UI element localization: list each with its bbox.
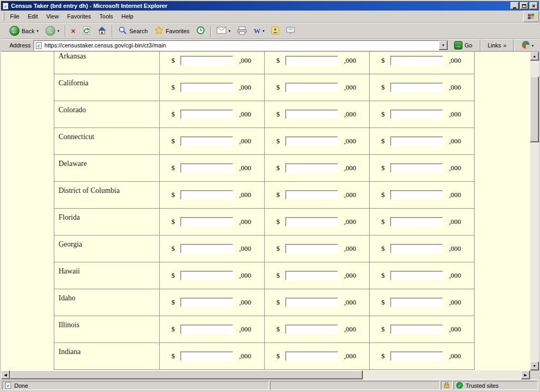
- amount-input[interactable]: [285, 163, 338, 173]
- amount-input[interactable]: [390, 56, 443, 65]
- amount-input[interactable]: [180, 163, 233, 173]
- amount-input[interactable]: [390, 351, 443, 361]
- amount-input[interactable]: [180, 351, 233, 361]
- amount-input[interactable]: [180, 190, 233, 200]
- scroll-up-button[interactable]: ▲: [530, 52, 539, 61]
- state-row: California $ ,000 $ ,000 $ ,000: [54, 74, 475, 101]
- amount-input[interactable]: [180, 298, 233, 307]
- amount-input[interactable]: [285, 83, 338, 92]
- links-chevron-icon[interactable]: »: [503, 42, 506, 48]
- scroll-left-button[interactable]: ◀: [1, 370, 10, 379]
- amount-input[interactable]: [285, 298, 338, 307]
- amount-input[interactable]: [180, 83, 233, 92]
- vertical-scroll-track[interactable]: [530, 61, 539, 361]
- close-button[interactable]: ×: [529, 2, 538, 9]
- amount-suffix: ,000: [449, 271, 461, 280]
- amount-group: $ ,000: [265, 110, 369, 119]
- amount-input[interactable]: [390, 190, 443, 200]
- amount-cell-2: $ ,000: [265, 128, 370, 155]
- vertical-scroll-thumb[interactable]: [530, 76, 539, 142]
- amount-suffix: ,000: [449, 56, 461, 65]
- print-button[interactable]: [234, 24, 250, 38]
- amount-input[interactable]: [390, 244, 443, 253]
- amount-input[interactable]: [390, 271, 443, 280]
- menu-file[interactable]: File: [6, 11, 24, 22]
- address-url[interactable]: https://censustaker.census.gov/cgi-bin/c…: [44, 42, 437, 48]
- back-button[interactable]: ← Back ▾: [6, 24, 42, 38]
- menu-view[interactable]: View: [42, 11, 63, 22]
- amount-input[interactable]: [285, 271, 338, 280]
- amount-input[interactable]: [390, 298, 443, 307]
- go-button[interactable]: → Go: [451, 40, 476, 51]
- amount-input[interactable]: [285, 217, 338, 227]
- menu-favorites[interactable]: Favorites: [63, 11, 95, 22]
- amount-input[interactable]: [390, 325, 443, 334]
- window-title: Census Taker (brd entry dh) - Microsoft …: [11, 3, 508, 9]
- lock-pane: [441, 381, 452, 390]
- maximize-button[interactable]: [520, 2, 528, 9]
- addressbar-extension-button[interactable]: ▾: [518, 40, 537, 51]
- state-name-cell: California: [54, 74, 160, 101]
- amount-suffix: ,000: [344, 83, 356, 92]
- amount-input[interactable]: [390, 83, 443, 92]
- currency-prefix: $: [381, 110, 385, 119]
- forward-button[interactable]: → ▾: [42, 24, 63, 38]
- search-button[interactable]: Search: [115, 24, 151, 38]
- amount-suffix: ,000: [449, 244, 461, 253]
- amount-group: $ ,000: [160, 83, 264, 92]
- amount-cell-3: $ ,000: [370, 343, 475, 370]
- menu-tools[interactable]: Tools: [95, 11, 118, 22]
- amount-input[interactable]: [180, 136, 233, 146]
- amount-input[interactable]: [180, 325, 233, 334]
- amount-input[interactable]: [180, 56, 233, 65]
- minimize-button[interactable]: [510, 2, 519, 9]
- links-toolbar[interactable]: Links »: [485, 42, 509, 48]
- state-name-cell: Connecticut: [54, 128, 160, 155]
- amount-input[interactable]: [285, 56, 338, 65]
- vertical-scrollbar[interactable]: ▲ ▼: [530, 52, 539, 370]
- amount-input[interactable]: [390, 217, 443, 227]
- amount-group: $ ,000: [265, 190, 369, 200]
- horizontal-scroll-track[interactable]: [10, 370, 521, 379]
- amount-suffix: ,000: [344, 164, 356, 172]
- amount-input[interactable]: [285, 136, 338, 146]
- amount-input[interactable]: [390, 136, 443, 146]
- amount-input[interactable]: [390, 110, 443, 119]
- horizontal-scrollbar[interactable]: ◀ ▶: [1, 370, 530, 379]
- amount-cell-3: $ ,000: [370, 128, 475, 155]
- amount-input[interactable]: [180, 110, 233, 119]
- scroll-down-button[interactable]: ▼: [530, 361, 539, 370]
- favorites-button[interactable]: Favorites: [151, 24, 192, 38]
- messenger-button[interactable]: [268, 24, 283, 38]
- currency-prefix: $: [276, 325, 280, 334]
- menubar-grip[interactable]: [3, 12, 4, 21]
- menu-help[interactable]: Help: [117, 11, 138, 22]
- amount-input[interactable]: [285, 351, 338, 361]
- history-button[interactable]: [193, 24, 208, 38]
- currency-prefix: $: [381, 164, 385, 172]
- mail-button[interactable]: ▾: [214, 24, 234, 38]
- amount-input[interactable]: [285, 244, 338, 253]
- discuss-button[interactable]: [283, 24, 298, 38]
- home-button[interactable]: [94, 24, 110, 38]
- amount-input[interactable]: [390, 163, 443, 173]
- amount-input[interactable]: [285, 110, 338, 119]
- address-dropdown-button[interactable]: ▼: [439, 41, 448, 50]
- scroll-right-button[interactable]: ▶: [521, 370, 530, 379]
- amount-input[interactable]: [285, 325, 338, 334]
- refresh-button[interactable]: [79, 24, 94, 38]
- title-bar: e Census Taker (brd entry dh) - Microsof…: [1, 1, 539, 11]
- address-field[interactable]: e https://censustaker.census.gov/cgi-bin…: [33, 40, 448, 51]
- edit-with-word-button[interactable]: W ▾: [250, 24, 268, 38]
- horizontal-scroll-thumb[interactable]: [10, 370, 363, 379]
- amount-input[interactable]: [285, 190, 338, 200]
- stop-button[interactable]: ×: [68, 24, 79, 38]
- amount-input[interactable]: [180, 217, 233, 227]
- amount-group: $ ,000: [160, 271, 264, 280]
- amount-suffix: ,000: [449, 298, 461, 307]
- go-label: Go: [465, 42, 472, 48]
- amount-input[interactable]: [180, 244, 233, 253]
- menu-edit[interactable]: Edit: [24, 11, 42, 22]
- amount-input[interactable]: [180, 271, 233, 280]
- addressbar-separator: [480, 40, 481, 51]
